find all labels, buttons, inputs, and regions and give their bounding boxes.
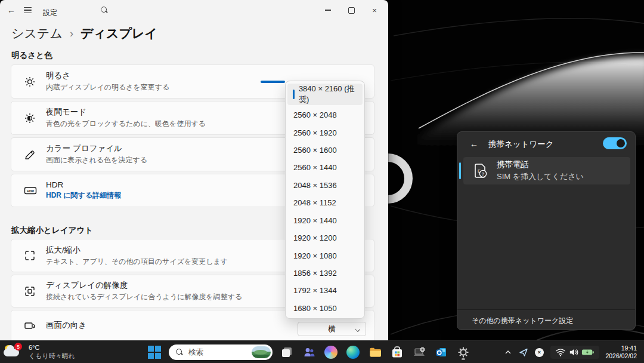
close-icon: × [372, 6, 377, 15]
resolution-option[interactable]: 2560 × 1440 [286, 159, 364, 176]
resolution-option[interactable]: 1856 × 1392 [286, 264, 364, 282]
resolution-option[interactable]: 2048 × 1536 [286, 177, 364, 194]
tray-x-app-button[interactable]: × [531, 344, 547, 361]
resolution-option[interactable]: 1792 × 1344 [286, 282, 364, 299]
weather-condition: くもり時々晴れ [29, 352, 75, 361]
flyout-title: 携帯ネットワーク [488, 139, 554, 150]
brightness-icon [23, 75, 46, 88]
taskbar-search-box[interactable]: 検索 [169, 344, 273, 360]
file-explorer-button[interactable] [367, 344, 383, 360]
row-title: 画面の向き [46, 320, 86, 331]
cellular-sim-item[interactable]: E ? 携帯電話 SIM を挿入してください [463, 157, 630, 184]
taskbar-clock[interactable]: 19:41 2026/02/02 [605, 344, 637, 360]
maximize-icon [348, 7, 355, 14]
back-icon: ← [7, 5, 16, 15]
hdr-info-link[interactable]: HDR に関する詳細情報 [46, 190, 121, 201]
row-subtitle: 画面に表示される色を決定する [46, 155, 147, 165]
night-light-icon [23, 112, 46, 125]
sim-question-glyph: ? [482, 171, 485, 177]
volume-icon [568, 347, 579, 357]
resolution-option-selected[interactable]: 3840 × 2160 (推奨) [287, 84, 363, 105]
row-subtitle: 接続されているディスプレイに合うように解像度を調整する [46, 292, 242, 302]
edge-browser-button[interactable] [345, 344, 361, 360]
resolution-option[interactable]: 2560 × 2048 [286, 106, 364, 124]
orientation-select[interactable]: 横 [298, 322, 366, 336]
resolution-option[interactable]: 1680 × 1050 [286, 300, 364, 317]
search-highlight-image [252, 346, 271, 358]
start-button[interactable] [147, 344, 162, 360]
breadcrumb: システム › ディスプレイ [11, 25, 157, 42]
menu-icon [24, 7, 32, 8]
store-icon [391, 346, 404, 359]
gear-icon [457, 346, 470, 359]
close-button[interactable]: × [363, 2, 386, 18]
resolution-option[interactable]: 2560 × 1920 [286, 124, 364, 141]
hdr-icon: HDR [23, 184, 46, 197]
tray-chevron-up-button[interactable] [500, 344, 516, 361]
teams-chat-button[interactable] [301, 344, 317, 360]
laptop-camera-icon [412, 346, 426, 359]
brightness-slider[interactable] [261, 81, 285, 83]
notification-badge: 5 [14, 343, 22, 350]
location-arrow-icon [519, 347, 528, 357]
outlook-icon [435, 346, 448, 359]
row-subtitle: 内蔵ディスプレイの明るさを変更する [46, 82, 169, 93]
widgets-weather-button[interactable]: 5 6°C くもり時々晴れ [4, 342, 93, 362]
resolution-option[interactable]: 1920 × 1440 [286, 212, 364, 229]
x-circle-icon: × [535, 348, 544, 357]
folder-icon [369, 346, 382, 359]
weather-cloud-sun-icon: 5 [4, 344, 24, 361]
resolution-dropdown: 3840 × 2160 (推奨) 2560 × 2048 2560 × 1920… [285, 81, 365, 319]
row-title: 明るさ [46, 70, 169, 81]
minimize-button[interactable] [316, 2, 340, 18]
resolution-option[interactable]: 2048 × 1152 [286, 194, 364, 211]
breadcrumb-root[interactable]: システム [11, 25, 63, 42]
app-title: 設定 [43, 8, 57, 18]
windows-logo-icon [148, 346, 161, 359]
section-header-brightness-color: 明るさと色 [11, 50, 52, 61]
wifi-icon [555, 347, 566, 357]
selected-accent-bar [459, 162, 461, 179]
settings-app-button[interactable] [456, 344, 471, 360]
flyout-divider [457, 309, 635, 310]
quick-settings-button[interactable] [550, 346, 599, 359]
resolution-option[interactable]: 1920 × 1200 [286, 229, 364, 247]
search-icon [101, 7, 108, 14]
search-icon [176, 349, 183, 356]
camera-device-button[interactable] [411, 344, 427, 360]
battery-charging-icon [581, 348, 595, 356]
microsoft-store-button[interactable] [389, 344, 405, 360]
taskbar: 5 6°C くもり時々晴れ 検索 [0, 340, 644, 363]
outlook-button[interactable] [434, 344, 449, 360]
row-title: HDR [46, 180, 121, 189]
back-icon: ← [470, 139, 478, 149]
cellular-toggle[interactable] [603, 137, 627, 149]
navigation-menu-button[interactable] [21, 4, 34, 17]
scale-icon [23, 249, 46, 262]
flyout-back-button[interactable]: ← [467, 137, 481, 151]
settings-search-button[interactable] [98, 4, 111, 17]
more-cellular-settings-link[interactable]: その他の携帯ネットワーク設定 [472, 316, 573, 326]
orientation-icon [23, 319, 46, 332]
selected-accent-bar [293, 90, 295, 99]
task-view-button[interactable] [279, 344, 295, 360]
copilot-icon [324, 346, 338, 359]
resolution-option[interactable]: 2560 × 1600 [286, 141, 364, 159]
section-header-scale-layout: 拡大縮小とレイアウト [11, 225, 93, 236]
titlebar: ← 設定 × [0, 0, 388, 24]
display-resolution-icon [23, 285, 46, 298]
cellular-flyout: ← 携帯ネットワーク E ? 携帯電話 SIM を挿入してください その他の携帯… [457, 131, 636, 330]
resolution-option[interactable]: 1920 × 1080 [286, 247, 364, 264]
clock-date: 2026/02/02 [605, 352, 637, 360]
orientation-value: 横 [328, 324, 336, 334]
copilot-button[interactable] [323, 344, 339, 360]
row-title: 拡大/縮小 [46, 245, 228, 256]
tray-location-button[interactable] [516, 344, 531, 361]
back-button[interactable]: ← [5, 4, 18, 17]
row-title: カラー プロファイル [46, 143, 147, 154]
task-view-icon [280, 346, 293, 359]
people-icon [302, 346, 315, 359]
breadcrumb-separator: › [69, 27, 75, 40]
maximize-button[interactable] [339, 2, 363, 18]
search-placeholder: 検索 [188, 347, 203, 358]
